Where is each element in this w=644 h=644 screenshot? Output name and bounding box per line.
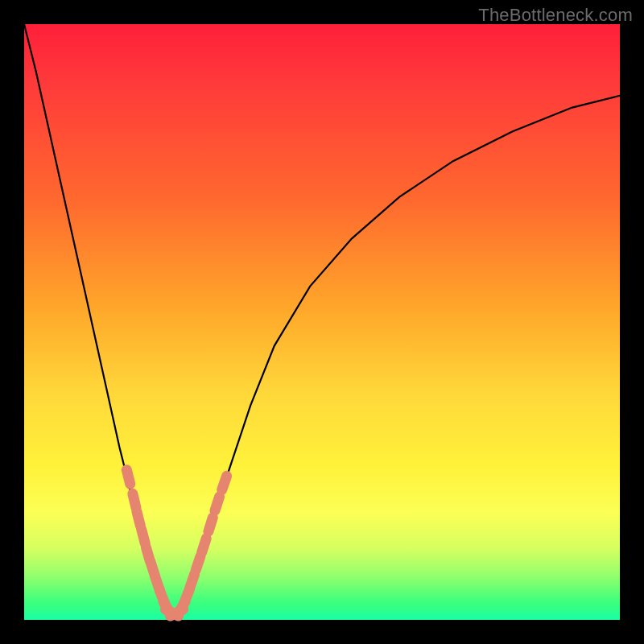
highlighted-point <box>215 497 220 510</box>
highlighted-point <box>208 518 213 531</box>
chart-svg <box>24 24 620 620</box>
highlighted-point <box>222 476 227 489</box>
bottleneck-curve-path <box>24 24 620 614</box>
highlighted-point <box>137 512 140 526</box>
highlighted-point <box>126 470 130 484</box>
highlighted-point <box>133 493 136 507</box>
highlighted-point <box>202 539 207 552</box>
watermark-text: TheBottleneck.com <box>478 5 633 26</box>
highlighted-points-group <box>126 470 226 616</box>
highlighted-point <box>190 574 195 588</box>
highlighted-point <box>196 556 200 570</box>
highlighted-point <box>142 530 146 543</box>
chart-frame <box>24 24 620 620</box>
